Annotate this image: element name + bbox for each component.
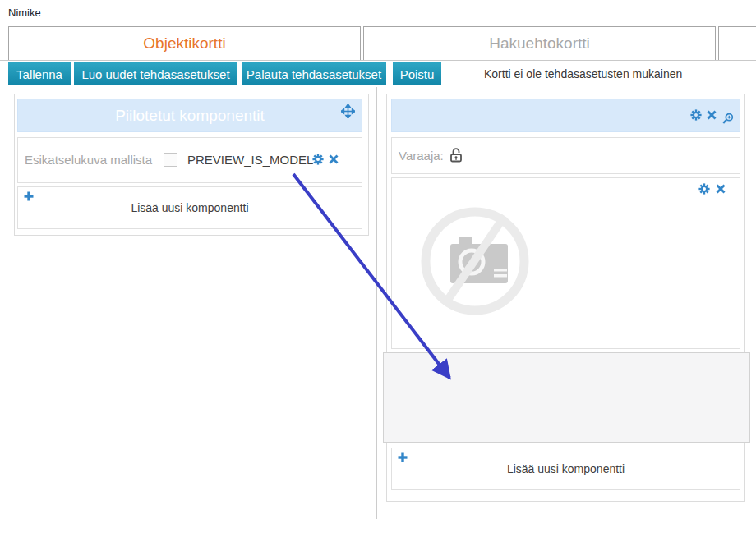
no-camera-icon bbox=[417, 204, 532, 319]
restore-factory-defaults-button[interactable]: Palauta tehdasasetukset bbox=[242, 62, 386, 85]
tab-fragment[interactable] bbox=[718, 26, 756, 60]
hidden-components-header: Piilotetut komponentit bbox=[17, 99, 362, 132]
gear-icon[interactable] bbox=[312, 154, 324, 165]
tabstrip-underline bbox=[0, 60, 756, 61]
add-component-button-left[interactable]: Lisää uusi komponentti bbox=[17, 186, 362, 229]
varaaja-label: Varaaja: bbox=[399, 149, 444, 163]
zoom-plus-icon[interactable] bbox=[721, 113, 734, 125]
varaaja-field: Varaaja: bbox=[391, 137, 740, 174]
tab-objektikortti[interactable]: Objektikortti bbox=[8, 26, 361, 60]
hidden-component-value: PREVIEW_IS_MODEL bbox=[187, 153, 313, 167]
object-card-editor: Nimike Objektikortti Hakuehtokortti Tall… bbox=[0, 0, 756, 542]
save-button[interactable]: Tallenna bbox=[8, 62, 71, 85]
gear-icon[interactable] bbox=[690, 109, 702, 121]
page-title: Nimike bbox=[8, 7, 41, 19]
add-component-label: Lisää uusi komponentti bbox=[18, 187, 362, 228]
tab-hakuehtokortti[interactable]: Hakuehtokortti bbox=[363, 26, 716, 60]
hidden-component-label: Esikatselukuva mallista bbox=[25, 153, 152, 167]
hidden-component-row: Esikatselukuva mallista PREVIEW_IS_MODEL bbox=[17, 137, 362, 183]
hidden-components-title: Piilotetut komponentit bbox=[115, 107, 265, 125]
exit-button[interactable]: Poistu bbox=[393, 62, 441, 85]
add-component-button-right[interactable]: Lisää uusi komponentti bbox=[391, 448, 740, 490]
close-icon[interactable] bbox=[716, 184, 726, 194]
open-lock-icon[interactable] bbox=[449, 147, 463, 163]
create-factory-defaults-button[interactable]: Luo uudet tehdasasetukset bbox=[74, 62, 237, 85]
move-icon[interactable] bbox=[341, 104, 355, 118]
panel-divider bbox=[376, 87, 377, 519]
close-icon[interactable] bbox=[329, 154, 339, 164]
close-icon[interactable] bbox=[707, 110, 717, 120]
component-drop-area[interactable] bbox=[383, 352, 750, 443]
add-component-label: Lisää uusi komponentti bbox=[392, 448, 740, 489]
card-panel-header bbox=[391, 99, 740, 132]
gear-icon[interactable] bbox=[698, 183, 710, 195]
image-component bbox=[391, 177, 740, 349]
status-text: Kortti ei ole tehdasasetusten mukainen bbox=[484, 62, 682, 85]
preview-checkbox[interactable] bbox=[164, 153, 177, 167]
